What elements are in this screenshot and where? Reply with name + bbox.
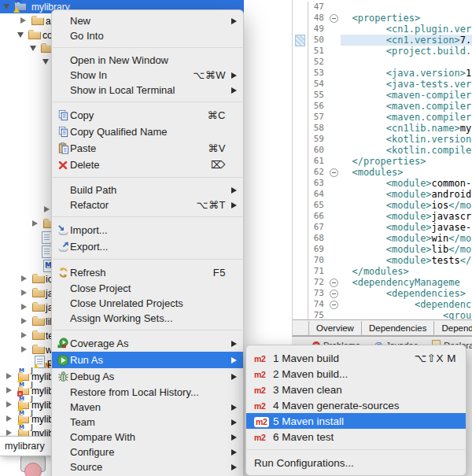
expand-arrow-icon[interactable] xyxy=(21,346,27,352)
expand-arrow-icon[interactable] xyxy=(21,304,27,310)
submenu-item-2-maven-build[interactable]: m22 Maven build... xyxy=(246,366,466,382)
fold-circle xyxy=(330,14,338,23)
submenu-item-3-maven-clean[interactable]: m23 Maven clean xyxy=(246,382,466,397)
expand-arrow-icon[interactable] xyxy=(21,290,27,296)
menu-item-show-in[interactable]: Show In⌥⌘W xyxy=(52,68,243,83)
submenu-item-5-maven-install[interactable]: m25 Maven install xyxy=(246,413,466,429)
code-segment: tests xyxy=(432,255,460,266)
menu-item-label: Paste xyxy=(70,142,96,154)
menu-item-coverage-as[interactable]: Coverage As xyxy=(52,335,243,352)
menu-item-show-in-local-terminal[interactable]: Show in Local Terminal xyxy=(52,83,243,98)
menu-item-copy-qualified-name[interactable]: Copy Qualified Name xyxy=(52,124,243,140)
expand-arrow-icon[interactable] xyxy=(44,206,50,212)
line-number: 53 xyxy=(308,68,324,79)
menu-icon-slot xyxy=(56,312,70,325)
code-segment: <module> xyxy=(341,211,432,222)
submenu-arrow-triangle xyxy=(231,374,237,380)
menu-icon-slot xyxy=(56,297,70,310)
code-segment: <maven.compiler xyxy=(341,112,471,123)
m2-glyph: m2 xyxy=(254,354,266,363)
menu-shortcut: ⌘C xyxy=(208,109,226,121)
editor-line: 49 <cn1.plugin.ver xyxy=(293,24,472,35)
m2-icon: m2 xyxy=(254,368,273,380)
expand-arrow-icon[interactable] xyxy=(21,318,27,324)
menu-item-delete[interactable]: Delete⌦ xyxy=(52,157,243,173)
expand-arrow-icon[interactable] xyxy=(6,401,12,408)
menu-item-label: Import... xyxy=(70,224,108,236)
expand-arrow-icon[interactable] xyxy=(32,220,38,227)
menu-separator xyxy=(53,101,242,102)
submenu-arrow-triangle xyxy=(231,72,237,79)
collapse-arrow-icon[interactable] xyxy=(30,46,36,51)
folder-icon xyxy=(32,301,46,313)
editor-line: 48 <properties> xyxy=(293,13,472,24)
menu-item-team[interactable]: Team xyxy=(52,415,243,430)
expand-arrow-icon[interactable] xyxy=(6,415,12,422)
menu-item-label: Open in New Window xyxy=(70,54,168,66)
menu-separator xyxy=(53,330,242,330)
code-text: </properties> xyxy=(341,156,472,167)
menu-item-restore-from-local-history[interactable]: Restore from Local History... xyxy=(52,385,243,400)
menu-item-debug-as[interactable]: Debug As xyxy=(52,368,243,385)
menu-item-build-path[interactable]: Build Path xyxy=(52,183,243,197)
menu-item-close-project[interactable]: Close Project xyxy=(52,281,243,296)
menu-item-source[interactable]: Source xyxy=(52,459,243,474)
submenu-item-run-configurations[interactable]: Run Configurations... xyxy=(246,455,466,470)
fold-column xyxy=(324,189,341,200)
fold-marker-icon[interactable] xyxy=(324,277,341,288)
submenu-item-label: 2 Maven build... xyxy=(273,368,348,380)
code-segment: <module> xyxy=(341,200,432,211)
expand-arrow-icon[interactable] xyxy=(20,17,26,24)
annotation-ruler xyxy=(293,244,308,255)
editor-tab-dependencies[interactable]: Dependencies xyxy=(362,321,435,336)
menu-item-assign-working-sets[interactable]: Assign Working Sets... xyxy=(52,311,243,326)
code-text: <dependency xyxy=(341,299,472,310)
fold-marker-icon[interactable] xyxy=(324,13,341,24)
code-segment: <cn1.version> xyxy=(341,35,460,46)
m2-icon: m2 xyxy=(254,384,273,396)
submenu-item-1-maven-build[interactable]: m21 Maven build⌥⇧X M xyxy=(246,350,466,366)
submenu-item-4-maven-generate-sources[interactable]: m24 Maven generate-sources xyxy=(246,397,466,413)
menu-item-compare-with[interactable]: Compare With xyxy=(52,430,243,445)
menu-icon-slot xyxy=(56,15,70,28)
collapse-arrow-icon[interactable] xyxy=(42,59,49,65)
submenu-item-6-maven-test[interactable]: m26 Maven test xyxy=(246,429,466,445)
menu-item-copy[interactable]: Copy⌘C xyxy=(52,107,243,124)
delete-icon xyxy=(56,159,70,172)
mproj-err-icon: MJ✕ xyxy=(18,384,32,397)
expand-arrow-icon[interactable] xyxy=(6,373,12,379)
expand-arrow-icon[interactable] xyxy=(6,387,12,393)
menu-item-go-into[interactable]: Go Into xyxy=(52,28,243,43)
menu-item-run-as[interactable]: Run As xyxy=(52,352,243,368)
fold-marker-icon[interactable] xyxy=(324,299,341,310)
menu-item-paste[interactable]: Paste⌘V xyxy=(52,140,243,157)
menu-item-refresh[interactable]: RefreshF5 xyxy=(52,264,243,281)
menu-item-refactor[interactable]: Refactor⌥⌘T xyxy=(52,197,243,212)
menu-item-maven[interactable]: Maven xyxy=(52,400,243,415)
menu-item-new[interactable]: New xyxy=(52,13,243,28)
expand-arrow-icon[interactable] xyxy=(6,430,12,436)
editor-tab-dependency-hierarchy[interactable]: Dependency Hierarchy xyxy=(434,321,472,336)
menu-item-configure[interactable]: Configure xyxy=(52,445,243,459)
menu-item-label: New xyxy=(70,15,90,27)
line-number: 65 xyxy=(308,200,324,211)
editor-line: 67 <module>javase- xyxy=(293,222,472,233)
expand-arrow-icon[interactable] xyxy=(21,275,27,282)
code-area: 4748 <properties>49 <cn1.plugin.ver50 <c… xyxy=(293,2,472,321)
expand-arrow-icon[interactable] xyxy=(21,332,27,338)
collapse-arrow-icon[interactable] xyxy=(3,4,9,9)
menu-item-open-in-new-window[interactable]: Open in New Window xyxy=(52,53,243,68)
fold-marker-icon[interactable] xyxy=(324,288,341,299)
menu-item-close-unrelated-projects[interactable]: Close Unrelated Projects xyxy=(52,296,243,311)
copy-icon xyxy=(56,126,70,138)
menu-icon-slot xyxy=(56,84,70,97)
m2-icon: m2 xyxy=(254,431,273,443)
menu-item-export[interactable]: Export... xyxy=(52,238,243,255)
code-text: <maven.compiler xyxy=(341,112,472,123)
fold-marker-icon[interactable] xyxy=(324,167,341,178)
editor-tab-overview[interactable]: Overview xyxy=(308,321,362,336)
menu-item-import[interactable]: Import... xyxy=(52,222,243,238)
menu-item-label: Restore from Local History... xyxy=(70,386,199,398)
collapse-arrow-icon[interactable] xyxy=(17,32,24,38)
menu-item-label: Run As xyxy=(70,354,103,366)
